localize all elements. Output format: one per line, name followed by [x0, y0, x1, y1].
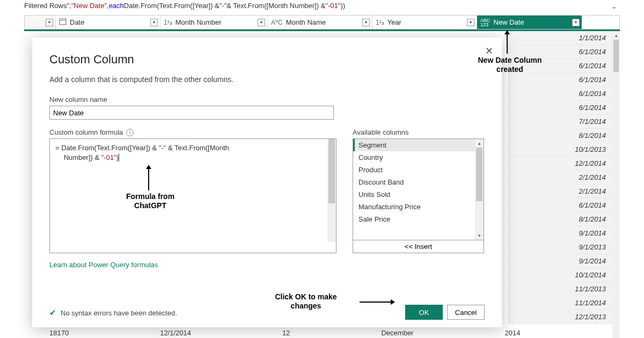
list-item[interactable]: Product: [353, 164, 484, 176]
formula-text: "-": [219, 2, 227, 10]
annotation-arrow: [148, 168, 149, 190]
table-cell[interactable]: 9/1/2013: [508, 240, 613, 254]
status-text: No syntax errors have been detected.: [61, 309, 177, 317]
list-scrollbar[interactable]: ▴ ▾: [475, 139, 484, 240]
formula-text: "-01": [325, 2, 340, 10]
table-cell[interactable]: 12/1/2013: [508, 310, 613, 324]
text-type-icon: AᴮC: [271, 19, 283, 26]
column-header-date[interactable]: Date ▾: [56, 16, 160, 29]
table-cell[interactable]: 10/1/2014: [508, 268, 613, 282]
table-cell[interactable]: 6/1/2014: [508, 101, 613, 115]
dropdown-icon[interactable]: ▾: [467, 19, 474, 26]
column-header-month-number[interactable]: 1²₃ Month Number ▾: [160, 16, 268, 29]
scroll-down-icon[interactable]: ▾: [475, 231, 484, 240]
cell-value: 12: [282, 329, 290, 337]
vertical-scrollbar[interactable]: ▴: [612, 31, 620, 338]
dropdown-icon[interactable]: ▾: [46, 19, 53, 26]
available-columns-label: Available columns: [353, 128, 484, 136]
scroll-thumb[interactable]: [476, 148, 482, 201]
column-label: Month Number: [175, 18, 222, 26]
table-cell[interactable]: 10/1/2013: [508, 143, 613, 157]
formula-label: Custom column formula: [49, 128, 123, 136]
table-cell[interactable]: 6/1/2014: [508, 199, 613, 212]
table-cell[interactable]: 9/1/2014: [508, 226, 613, 240]
formula-text: "New Date": [71, 2, 107, 10]
learn-link[interactable]: Learn about Power Query formulas: [49, 261, 485, 269]
formula-text: each: [109, 2, 124, 10]
available-columns-list[interactable]: SegmentCountryProductDiscount BandUnits …: [353, 138, 484, 240]
new-date-data-column: 1/1/20146/1/20146/1/20146/1/20146/1/2014…: [508, 31, 613, 324]
check-icon: ✔: [49, 308, 56, 318]
scroll-thumb[interactable]: [613, 40, 619, 72]
column-label: Date: [70, 18, 84, 26]
table-cell[interactable]: 9/1/2014: [508, 254, 613, 268]
scroll-up-icon[interactable]: ▴: [612, 31, 620, 40]
formula-code: "-01": [101, 153, 116, 161]
list-item[interactable]: Sale Price: [353, 213, 484, 225]
table-cell[interactable]: 11/1/2014: [508, 296, 613, 310]
list-item[interactable]: Manufacturing Price: [353, 201, 484, 213]
info-icon[interactable]: i: [126, 129, 134, 136]
table-cell[interactable]: 1/1/2014: [508, 31, 613, 45]
table-cell[interactable]: 11/1/2013: [508, 282, 613, 296]
table-header-row: ▾ Date ▾ 1²₃ Month Number ▾ AᴮC Month Na…: [24, 15, 620, 31]
formula-code: "-": [159, 144, 166, 152]
column-label: New Date: [494, 18, 524, 26]
formula-bar[interactable]: Filtered Rows", "New Date" , each Date.F…: [24, 0, 612, 11]
annotation-new-date: New Date Column created: [467, 56, 553, 74]
cancel-button[interactable]: Cancel: [447, 305, 485, 320]
formula-code: ): [116, 153, 119, 161]
table-cell[interactable]: 6/1/2014: [508, 87, 613, 101]
column-label: Year: [387, 18, 401, 26]
number-type-icon: 1²₃: [376, 19, 384, 26]
formula-textarea[interactable]: = Date.From(Text.From([Year]) & "-" & Te…: [49, 138, 336, 253]
table-cell[interactable]: 7/1/2014: [508, 115, 613, 129]
dialog-title: Custom Column: [49, 53, 485, 67]
list-item[interactable]: Units Sold: [353, 188, 484, 201]
insert-button[interactable]: << Insert: [353, 240, 484, 253]
table-cell[interactable]: 6/1/2014: [508, 73, 613, 87]
formula-text: )): [340, 2, 345, 10]
bottom-row-peek: 18170 12/1/2014 12 December 2014: [49, 329, 520, 337]
svg-rect-0: [60, 19, 66, 25]
ok-button[interactable]: OK: [405, 305, 443, 320]
table-cell[interactable]: 2/1/2014: [508, 171, 613, 185]
new-column-label: New column name: [49, 95, 485, 104]
any-type-icon: ABC 123: [480, 18, 491, 27]
dropdown-icon[interactable]: ▾: [572, 19, 580, 26]
cell-value: 12/1/2014: [160, 329, 191, 337]
dropdown-icon[interactable]: ▾: [150, 19, 158, 26]
row-number-header[interactable]: ▾: [25, 16, 56, 29]
new-column-name-input[interactable]: [49, 106, 334, 120]
formula-text: & Text.From([Month Number]) &: [226, 2, 325, 10]
table-cell[interactable]: 12/1/2014: [508, 157, 613, 171]
cell-value: 18170: [49, 329, 69, 337]
dropdown-icon[interactable]: ▾: [362, 19, 370, 26]
close-icon[interactable]: ✕: [485, 45, 493, 57]
dropdown-icon[interactable]: ▾: [258, 19, 265, 26]
date-type-icon: [59, 18, 67, 27]
list-item[interactable]: Discount Band: [353, 176, 484, 188]
annotation-arrow: [360, 302, 392, 303]
expand-formula-icon[interactable]: ⌄: [611, 2, 617, 10]
number-type-icon: 1²₃: [164, 19, 172, 26]
table-cell[interactable]: 8/1/2014: [508, 129, 613, 143]
list-item[interactable]: Segment: [353, 139, 484, 151]
cell-value: December: [381, 329, 413, 337]
scroll-up-icon[interactable]: ▴: [475, 139, 484, 148]
list-item[interactable]: Country: [353, 151, 484, 164]
table-cell[interactable]: 8/1/2014: [508, 212, 613, 226]
annotation-formula: Formula from ChatGPT: [115, 192, 185, 210]
formula-text: Filtered Rows",: [24, 2, 71, 10]
table-cell[interactable]: 2/1/2014: [508, 185, 613, 199]
column-header-new-date[interactable]: ABC 123 New Date ▾: [477, 16, 582, 29]
custom-column-dialog: ✕ Custom Column Add a column that is com…: [32, 38, 502, 327]
formula-code: & Text.From([Month: [166, 144, 229, 152]
column-header-year[interactable]: 1²₃ Year ▾: [372, 16, 477, 29]
column-header-month-name[interactable]: AᴮC Month Name ▾: [268, 16, 372, 29]
formula-scrollbar[interactable]: [327, 139, 336, 242]
formula-code: = Date.From(Text.From([Year]) &: [55, 144, 159, 152]
dialog-subtitle: Add a column that is computed from the o…: [49, 75, 485, 84]
annotation-click-ok: Click OK to make changes: [266, 292, 346, 311]
annotation-arrow: [507, 33, 508, 54]
